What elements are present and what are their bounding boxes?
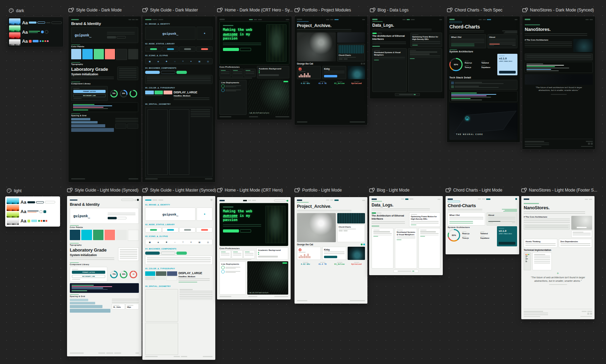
tab-skeleton[interactable] — [152, 19, 157, 20]
link-icon[interactable] — [361, 244, 363, 245]
toggle-off-sample[interactable] — [45, 30, 48, 34]
nav-item[interactable] — [258, 19, 262, 20]
view-source-button[interactable] — [240, 48, 251, 51]
avatar[interactable] — [137, 199, 139, 201]
article-card[interactable]: Optimizing Frame Motion for High-Density… — [410, 33, 442, 47]
read-log-link[interactable] — [420, 236, 425, 237]
swatch-sage[interactable] — [156, 271, 166, 276]
swatch-light3[interactable] — [166, 277, 177, 281]
nav-item-active[interactable] — [487, 19, 491, 20]
link-icon[interactable] — [361, 63, 363, 65]
machined-button-outline[interactable] — [161, 71, 175, 74]
nav-item-active[interactable] — [243, 200, 247, 201]
tab-skeleton[interactable] — [158, 19, 163, 20]
nav-icon-skeleton[interactable] — [362, 19, 365, 20]
nav-item[interactable] — [590, 19, 593, 20]
link-icon[interactable] — [363, 244, 365, 245]
article-card[interactable] — [418, 228, 440, 269]
swatch-light1[interactable] — [145, 277, 155, 280]
pagination-pill[interactable] — [395, 93, 420, 96]
article-card[interactable]: Distributed Systems & Visual Metaphors — [372, 48, 407, 92]
nav-item-active[interactable] — [407, 19, 410, 20]
view-on-github-button[interactable] — [499, 242, 515, 245]
search-field-sample[interactable] — [51, 22, 62, 24]
button-skeleton[interactable] — [107, 36, 116, 39]
open-project-button[interactable] — [324, 256, 337, 258]
next-arrow[interactable] — [412, 271, 414, 272]
nav-item[interactable] — [401, 198, 404, 200]
article-card[interactable]: Optimizing Frame Motion for High-Density… — [409, 212, 440, 227]
frame-chord-dark[interactable]: Chord-Charts What I Did About System Arc… — [447, 16, 520, 142]
nav-item[interactable] — [479, 19, 482, 20]
view-source-button[interactable] — [240, 229, 251, 232]
frame-title-home-light[interactable]: Home - Light Mode (CRT Hero) — [217, 188, 283, 193]
nav-cta-skeleton[interactable] — [286, 19, 289, 20]
nav-item[interactable] — [585, 199, 588, 200]
nav-item[interactable] — [482, 198, 485, 200]
nav-item[interactable] — [330, 19, 333, 20]
swatch-elevated[interactable] — [128, 49, 138, 59]
download-profile-button[interactable] — [223, 48, 239, 51]
frame-style-guide-dark-master[interactable]: 01_BRAND_&_IDENTITY guipunk_ ✦ 02_NODE_S… — [142, 16, 215, 182]
search-pill[interactable] — [121, 199, 134, 201]
search-field-sample[interactable] — [45, 201, 55, 203]
tab-skeleton[interactable] — [158, 200, 163, 201]
tab-skeleton[interactable] — [152, 200, 157, 201]
frame-title-style-guide-dark-mode[interactable]: Style Guide - Dark Mode — [68, 8, 122, 12]
nav-item[interactable] — [326, 19, 329, 20]
nav-item[interactable] — [589, 199, 592, 200]
tab-bar[interactable] — [145, 199, 213, 201]
nav-item-active[interactable] — [249, 19, 253, 20]
featured-article[interactable]: The Architecture of Ethereal Interfaces — [372, 212, 408, 227]
nav-item[interactable] — [402, 19, 406, 20]
featured-article[interactable]: The Architecture of Ethereal Interfaces — [372, 33, 409, 47]
group-label-dark[interactable]: dark — [9, 8, 24, 13]
button-skeleton[interactable] — [258, 256, 278, 257]
frame-style-guide-light-master[interactable]: 01_BRAND_&_IDENTITY guipunk_ ✦ 02_NODE_S… — [142, 196, 215, 360]
machined-button-confirm[interactable] — [176, 252, 187, 255]
read-log-link[interactable] — [410, 58, 415, 59]
link-icon[interactable] — [363, 63, 365, 65]
checkbox-sample[interactable] — [29, 40, 32, 43]
read-log-link[interactable] — [397, 239, 401, 240]
search-pill[interactable] — [274, 200, 286, 202]
frame-portfolio-dark[interactable]: Project_Archive. Chord-Charts George the… — [294, 16, 367, 125]
frame-style-guide-dark-mode[interactable]: Brand & Identity guipunk_ Color Palette … — [68, 16, 141, 182]
button-skeleton[interactable] — [117, 36, 126, 39]
article-card[interactable] — [408, 48, 442, 92]
nav-item[interactable] — [252, 200, 256, 201]
swatch-teal[interactable] — [145, 271, 155, 276]
frame-title-style-guide-light-master[interactable]: Style Guide - Light Master (Synced) — [142, 188, 216, 193]
download-profile-button[interactable] — [223, 229, 239, 232]
chord-charts-card[interactable]: Chord-Charts — [337, 44, 365, 61]
article-card[interactable] — [372, 228, 393, 269]
machined-button-primary[interactable] — [145, 71, 160, 74]
swatch-alert[interactable] — [105, 230, 115, 240]
swatch-pink[interactable] — [164, 91, 172, 94]
frame-nano-dark[interactable]: NanoStores. # The Core Architecture "The… — [522, 16, 595, 149]
social-icon[interactable] — [588, 143, 590, 145]
group-label-light[interactable]: light — [7, 188, 22, 193]
machined-button-outline[interactable] — [161, 252, 175, 255]
social-icon[interactable] — [591, 143, 593, 145]
primary-action-button[interactable]: PRIMARY_ACTION — [73, 90, 106, 93]
read-log-link[interactable] — [411, 225, 416, 225]
link-skeleton[interactable] — [179, 282, 197, 282]
nav-item[interactable] — [478, 198, 481, 200]
design-canvas[interactable]: dark light Style Guide - Dark Mode Style… — [0, 0, 606, 364]
footer-link[interactable] — [582, 311, 587, 312]
nav-item[interactable] — [248, 200, 251, 201]
metrics-card[interactable]: ⊗ — [297, 66, 321, 79]
frame-home-light[interactable]: Making the web awesome is my passion Cor… — [217, 197, 291, 299]
machined-button-confirm[interactable] — [176, 71, 187, 74]
frame-portfolio-light[interactable]: Project_Archive . Chord-Charts George th… — [294, 197, 367, 304]
icon-chip-sample[interactable] — [43, 210, 46, 213]
frame-nano-light[interactable]: NanoStores. # The Core Architecture Atom… — [521, 196, 595, 319]
icon-skeleton[interactable] — [134, 199, 136, 201]
swatch-blue[interactable] — [82, 49, 92, 59]
frame-home-dark[interactable]: Making the web awesome is my passion Cor… — [217, 16, 292, 120]
light-theme-swatch-panel[interactable]: Aa Aa Aa — [5, 196, 60, 227]
topbar-icons[interactable] — [128, 19, 138, 20]
button-skeleton[interactable] — [117, 217, 126, 219]
frame-title-style-guide-light-mode[interactable]: Style Guide - Light Mode (Synced) — [67, 188, 138, 193]
